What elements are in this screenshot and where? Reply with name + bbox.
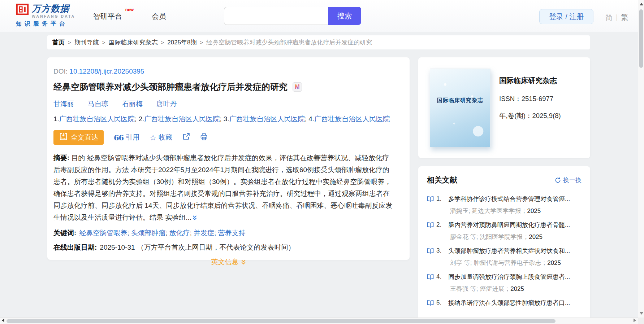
related-item-source-row: 王春强 等; 癌症进展；2025: [450, 285, 582, 293]
related-item-number: 1.: [436, 195, 444, 202]
breadcrumb-link[interactable]: 首页: [52, 38, 65, 47]
related-item-title[interactable]: 同步加量调强放疗治疗颈胸上段食管癌患者...: [448, 273, 570, 281]
search-bar: 搜索: [224, 7, 361, 25]
share-button[interactable]: [182, 133, 190, 142]
search-input[interactable]: [224, 7, 328, 25]
chevron-double-down-icon: [241, 259, 246, 265]
book-icon: [427, 274, 434, 280]
pubdate-label: 在线出版日期:: [53, 244, 97, 251]
nav-item-zhiyan[interactable]: 智研平台 new: [93, 12, 122, 21]
author-link[interactable]: 甘海丽: [53, 100, 74, 108]
keyword-link[interactable]: 头颈部肿瘤: [131, 229, 165, 237]
print-button[interactable]: [200, 133, 208, 142]
affiliation-separator: ;: [305, 115, 309, 123]
keywords-label: 关键词:: [53, 229, 76, 237]
related-item: 4.同步加量调强放疗治疗颈胸上段食管癌患者...王春强 等; 癌症进展；2025: [427, 272, 582, 293]
related-item-title-row: 3.头颈部肿瘤放疗患者营养相关症状对饮食和...: [427, 246, 582, 255]
journal-card: 国际临床研究杂志 国际临床研究杂志 ISSN：2515-6977 年,卷(期)：…: [418, 57, 590, 158]
keyword-separator: ;: [190, 229, 194, 237]
breadcrumb-link[interactable]: 期刊导航: [74, 38, 99, 47]
quote-icon: 66: [114, 134, 124, 141]
scroll-down-arrow[interactable]: [640, 312, 643, 315]
vertical-scrollbar[interactable]: [638, 0, 644, 318]
related-item-year: 2025: [547, 259, 561, 266]
author-link[interactable]: 石丽梅: [122, 100, 143, 108]
fulltext-button[interactable]: free 全文直达: [53, 130, 104, 145]
scroll-left-arrow[interactable]: [2, 319, 4, 322]
breadcrumb-link[interactable]: 2025年8期: [167, 38, 196, 47]
collect-button[interactable]: ☆ 收藏: [150, 133, 172, 142]
keyword-separator: ;: [127, 229, 131, 237]
related-item-number: 4.: [436, 273, 444, 280]
lang-simplified[interactable]: 简: [605, 13, 613, 22]
related-list: 1.多学科协作诊疗模式结合营养管理对食管癌...潘婉玉; 延边大学医学学报；20…: [427, 194, 582, 307]
cite-button[interactable]: 66 引用: [114, 133, 139, 142]
lang-divider: |: [616, 13, 618, 22]
doi-link[interactable]: 10.12208/j.ijcr.20250395: [69, 67, 144, 75]
breadcrumb-link[interactable]: 国际临床研究杂志: [109, 38, 158, 47]
related-item-title[interactable]: 多学科协作诊疗模式结合营养管理对食管癌...: [448, 195, 570, 203]
doi-label: DOI:: [53, 67, 68, 75]
keyword-separator: ;: [165, 229, 169, 237]
journal-cover-title: 国际临床研究杂志: [430, 97, 490, 104]
related-item-year: 2025: [529, 233, 543, 240]
scroll-right-arrow[interactable]: [634, 319, 636, 322]
metrics-m-badge[interactable]: M: [293, 82, 302, 92]
refresh-related-button[interactable]: 换一换: [555, 176, 582, 184]
keyword-link[interactable]: 并发症: [194, 229, 214, 237]
search-button[interactable]: 搜索: [328, 7, 361, 25]
scroll-up-arrow[interactable]: [640, 3, 643, 5]
breadcrumb: 首页>期刊导航>国际临床研究杂志>2025年8期>经鼻空肠管喂养对减少头颈部肿瘤…: [47, 35, 590, 49]
refresh-icon: [555, 177, 561, 183]
horizontal-scrollbar[interactable]: [0, 318, 638, 324]
affiliation-link[interactable]: 广西壮族自治区人民医院: [229, 115, 305, 123]
related-item-number: 2.: [436, 221, 444, 228]
related-item-authors: 潘婉玉; 延边大学医学学报；: [450, 207, 527, 214]
main-nav: 智研平台 new 会员: [93, 12, 166, 21]
keyword-separator: ;: [214, 229, 218, 237]
affiliation-link[interactable]: 广西壮族自治区人民医院: [314, 115, 390, 123]
keyword-list: 经鼻空肠管喂养; 头颈部肿瘤; 放化疗; 并发症; 营养支持: [79, 229, 245, 237]
scrollbar-corner: [638, 318, 644, 324]
related-item-year: 2025: [527, 207, 541, 214]
related-item-title[interactable]: 接纳承诺疗法在头颈部恶性肿瘤放疗患者口...: [448, 299, 570, 307]
login-register-button[interactable]: 登录 / 注册: [539, 9, 593, 24]
horizontal-scrollbar-thumb[interactable]: [7, 319, 556, 323]
author-link[interactable]: 唐叶丹: [156, 100, 177, 108]
keyword-link[interactable]: 营养支持: [218, 229, 246, 237]
star-icon: ☆: [150, 134, 156, 141]
related-item-title[interactable]: 肠内营养对预防鼻咽癌同期放化疗患者骨髓...: [448, 221, 570, 229]
related-item: 3.头颈部肿瘤放疗患者营养相关症状对饮食和...刘亭 等; 肿瘤代谢与营养电子杂…: [427, 246, 582, 267]
svg-text:free: free: [61, 137, 65, 140]
affiliation-link[interactable]: 广西壮族自治区人民医院: [59, 115, 135, 123]
lang-traditional[interactable]: 繁: [621, 13, 628, 22]
abstract-text: 目的 经鼻空肠管喂养对减少头颈部肿瘤患者放化疗后并发症的效果，评估其在改善营养状…: [53, 154, 392, 221]
abstract-expand-chevron-icon[interactable]: [192, 214, 197, 222]
english-info-toggle[interactable]: 英文信息: [211, 257, 246, 267]
keyword-link[interactable]: 放化疗: [169, 229, 190, 237]
brand-name-en: WANFANG DATA: [32, 14, 75, 18]
breadcrumb-separator: >: [68, 39, 71, 45]
breadcrumb-separator: >: [161, 39, 164, 45]
journal-cover[interactable]: 国际临床研究杂志: [430, 69, 490, 147]
journal-name[interactable]: 国际临床研究杂志: [499, 76, 561, 86]
breadcrumb-current: 经鼻空肠管喂养对减少头颈部肿瘤患者放化疗后并发症的研究: [206, 38, 372, 47]
affiliation-link[interactable]: 广西壮族自治区人民医院: [144, 115, 220, 123]
printer-icon: [200, 133, 208, 142]
book-icon: [427, 196, 434, 202]
vertical-scrollbar-thumb[interactable]: [639, 9, 643, 68]
pubdate-note: （万方平台首次上网日期，不代表论文的发表时间）: [137, 244, 295, 251]
affiliation-number: 4.: [308, 115, 314, 123]
related-item-year: 2025: [510, 285, 524, 292]
new-badge: new: [125, 7, 134, 12]
author-link[interactable]: 马自琼: [88, 100, 108, 108]
journal-issn: 2515-6977: [522, 95, 553, 102]
wanfang-logo-icon: [16, 4, 29, 17]
wanfang-logo[interactable]: 万方数据 WANFANG DATA 知识服务平台: [16, 4, 88, 28]
affiliation-separator: ;: [220, 115, 224, 123]
nav-item-member[interactable]: 会员: [152, 12, 166, 21]
related-item-authors: 廖金花 等; 沈阳医学院学报；: [450, 233, 529, 240]
related-item-number: 3.: [436, 247, 444, 254]
related-item-title[interactable]: 头颈部肿瘤放疗患者营养相关症状对饮食和...: [448, 247, 570, 255]
keyword-link[interactable]: 经鼻空肠管喂养: [79, 229, 127, 237]
